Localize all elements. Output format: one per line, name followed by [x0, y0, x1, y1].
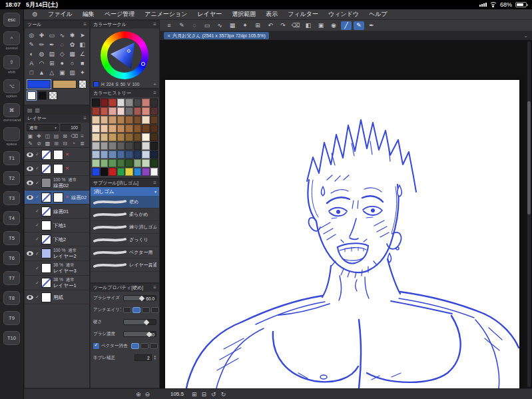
color-swatch[interactable]: [142, 107, 150, 115]
modifier-key[interactable]: ⌥ option: [3, 79, 20, 99]
color-swatch[interactable]: [125, 107, 133, 115]
close-tab-icon[interactable]: ✕: [167, 33, 170, 38]
layer-row[interactable]: ✕ 線画01: [25, 204, 89, 218]
color-swatch[interactable]: [125, 151, 133, 159]
color-swatch[interactable]: [92, 168, 100, 176]
layer-property-tab-icon[interactable]: ▥: [35, 107, 41, 113]
blend-mode-select[interactable]: 通常: [27, 124, 59, 131]
subtool-item[interactable]: レイヤー貫通: [91, 259, 159, 272]
color-swatch[interactable]: [92, 159, 100, 167]
visibility-eye-icon[interactable]: [27, 295, 33, 300]
brush-density-slider[interactable]: 80: [123, 331, 156, 337]
toolbar-icon[interactable]: ╱: [341, 21, 352, 30]
color-swatch[interactable]: [142, 151, 150, 159]
shortcut-key[interactable]: T1: [3, 151, 20, 165]
color-swatch[interactable]: [150, 99, 158, 107]
main-color-swatch[interactable]: [27, 80, 51, 89]
stepper-arrows-icon[interactable]: ▲▼: [154, 355, 156, 360]
tool-icon[interactable]: ✦: [78, 68, 87, 77]
tool-icon[interactable]: A: [27, 59, 36, 67]
shortcut-key[interactable]: T5: [3, 231, 20, 245]
color-swatch[interactable]: [109, 168, 117, 176]
color-swatch[interactable]: [117, 168, 125, 176]
add-color-button[interactable]: +: [153, 81, 156, 87]
tool-icon[interactable]: ◍: [37, 49, 46, 58]
menu-item[interactable]: アニメーション: [144, 10, 187, 19]
modifier-key[interactable]: esc: [3, 13, 20, 27]
color-swatch[interactable]: [142, 125, 150, 133]
toolbar-icon[interactable]: ▭: [202, 21, 212, 30]
modifier-key-cap[interactable]: ⇧: [3, 55, 20, 69]
view-control-icon[interactable]: ⊟: [202, 391, 207, 398]
tool-icon[interactable]: ◎: [27, 31, 36, 39]
color-swatch[interactable]: [101, 125, 109, 133]
toolbar-icon[interactable]: ✒: [366, 21, 377, 30]
modifier-key[interactable]: ⌘ command: [3, 103, 20, 123]
tool-icon[interactable]: ◠: [37, 59, 46, 67]
color-swatch[interactable]: [150, 142, 158, 150]
color-swatch[interactable]: [150, 116, 158, 124]
modifier-key-cap[interactable]: ⌥: [3, 79, 20, 93]
menu-item[interactable]: 選択範囲: [232, 10, 256, 19]
layer-check-icon[interactable]: [35, 152, 39, 157]
modifier-key[interactable]: space: [3, 127, 20, 147]
color-swatch[interactable]: [134, 151, 142, 159]
antialias-option-button[interactable]: [142, 307, 150, 313]
vector-erase-mode-button[interactable]: [131, 343, 139, 349]
subtool-item[interactable]: ざっくり: [91, 234, 159, 246]
tool-icon[interactable]: ■: [78, 59, 87, 67]
tool-icon[interactable]: ▭: [47, 31, 57, 39]
menu-item[interactable]: ファイル: [48, 10, 73, 19]
color-swatch[interactable]: [125, 142, 133, 150]
tool-icon[interactable]: ◐: [27, 49, 36, 58]
layer-command-icon[interactable]: ▤: [53, 133, 59, 139]
toolbar-icon[interactable]: ◌: [189, 21, 200, 30]
tool-icon[interactable]: ✒: [47, 40, 57, 49]
tool-icon[interactable]: □: [27, 68, 36, 77]
tab-list-chevron-icon[interactable]: ⌄: [523, 33, 528, 39]
menu-item[interactable]: ページ管理: [105, 10, 134, 19]
scrollbar-thumb[interactable]: [527, 101, 531, 214]
menu-item[interactable]: レイヤー: [198, 10, 222, 19]
visibility-eye-icon[interactable]: [27, 251, 33, 256]
view-control-icon[interactable]: ⊞: [192, 391, 197, 398]
tool-icon[interactable]: ◌: [57, 40, 67, 49]
toolbar-icon[interactable]: ✦: [240, 21, 250, 30]
subtool-group-tab[interactable]: 消しゴム: [91, 187, 159, 196]
tool-icon[interactable]: ∿: [57, 31, 67, 39]
layer-check-icon[interactable]: [35, 166, 39, 171]
panel-menu-icon[interactable]: [153, 284, 156, 292]
toolbar-icon[interactable]: ↷: [278, 21, 288, 30]
tool-icon[interactable]: △: [47, 68, 57, 77]
layer-command-icon[interactable]: ▩: [45, 141, 51, 147]
layer-command-icon[interactable]: ≣: [79, 141, 85, 147]
tool-icon[interactable]: ∠: [78, 49, 87, 58]
layer-command-icon[interactable]: ✎: [27, 141, 33, 147]
color-swatch[interactable]: [142, 159, 150, 167]
canvas-viewport[interactable]: [160, 40, 532, 388]
canvas-page[interactable]: [165, 80, 519, 388]
layer-check-icon[interactable]: [35, 236, 39, 242]
toolbar-icon[interactable]: ≡: [164, 21, 174, 30]
layer-check-icon[interactable]: [35, 181, 39, 186]
tool-icon[interactable]: ▣: [57, 68, 67, 77]
canvas-scrollbar[interactable]: [527, 41, 531, 387]
color-swatch[interactable]: [117, 107, 125, 115]
panel-menu-icon[interactable]: [83, 21, 87, 29]
color-swatch[interactable]: [134, 159, 142, 167]
color-swatch[interactable]: [101, 133, 109, 141]
tool-icon[interactable]: ○: [67, 59, 77, 67]
panel-menu-icon[interactable]: [153, 21, 156, 29]
shortcut-key[interactable]: T4: [3, 211, 20, 225]
color-swatch[interactable]: [109, 107, 117, 115]
color-swatch[interactable]: [109, 125, 117, 133]
color-swatch[interactable]: [101, 151, 109, 159]
shortcut-key[interactable]: T9: [3, 311, 20, 325]
color-swatch[interactable]: [134, 116, 142, 124]
toolbar-icon[interactable]: ▦: [227, 21, 238, 30]
shortcut-key[interactable]: T6: [3, 251, 20, 265]
color-swatch[interactable]: [150, 133, 158, 141]
color-swatch[interactable]: [142, 168, 150, 176]
tool-icon[interactable]: ◇: [57, 49, 67, 58]
brush-size-slider[interactable]: 60.0: [123, 295, 156, 301]
